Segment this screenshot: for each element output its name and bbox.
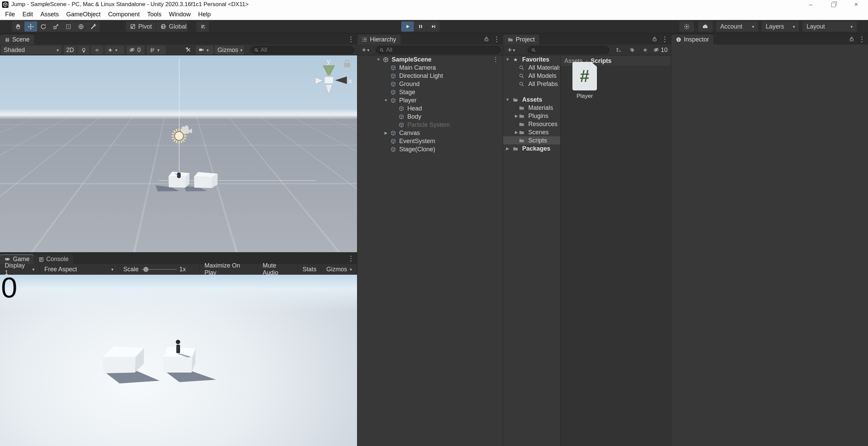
aspect-dropdown[interactable]: Free Aspect▾: [39, 264, 119, 274]
tree-row-packages[interactable]: ▶Packages: [503, 144, 560, 153]
tree-row-samplescene[interactable]: ▼SampleScene⋮: [357, 55, 503, 64]
scene-camera-dropdown[interactable]: ▾: [196, 46, 213, 54]
menu-file[interactable]: File: [1, 9, 19, 20]
tree-row-body[interactable]: Body: [357, 113, 503, 121]
expand-arrow-icon[interactable]: ▼: [505, 57, 510, 62]
create-object-dropdown[interactable]: +▾: [359, 46, 374, 54]
pause-button[interactable]: [414, 21, 427, 32]
restore-button[interactable]: [830, 1, 836, 7]
project-menu-kebab-icon[interactable]: ⋮: [661, 36, 668, 42]
tab-hierarchy[interactable]: Hierarchy: [357, 35, 401, 45]
directional-light-gizmo-icon[interactable]: [172, 129, 186, 143]
collab-button[interactable]: [679, 21, 694, 32]
tree-row-all-materials[interactable]: All Materials: [503, 64, 560, 72]
menu-tools[interactable]: Tools: [143, 9, 165, 20]
tree-row-all-models[interactable]: All Models: [503, 72, 560, 80]
tree-row-directional-light[interactable]: Directional Light: [357, 72, 503, 80]
transform-tool-button[interactable]: [75, 21, 87, 32]
tree-row-assets[interactable]: ▼Assets: [503, 96, 560, 104]
close-button[interactable]: ×: [853, 1, 859, 7]
tab-scene[interactable]: Scene: [0, 35, 34, 45]
expand-arrow-icon[interactable]: ▼: [384, 98, 388, 103]
display-dropdown[interactable]: Display 1▾: [0, 264, 39, 274]
global-toggle[interactable]: Global: [156, 21, 188, 32]
tree-row-all-prefabs[interactable]: All Prefabs: [503, 80, 560, 88]
tab-project[interactable]: Project: [503, 35, 539, 45]
menu-component[interactable]: Component: [104, 9, 143, 20]
play-button[interactable]: [401, 21, 414, 32]
tree-row-main-camera[interactable]: Main Camera: [357, 64, 503, 72]
component-tools-button[interactable]: [183, 46, 194, 54]
row-kebab-icon[interactable]: ⋮: [493, 56, 499, 63]
collapse-arrow-icon[interactable]: ▶: [514, 130, 519, 135]
scene-gizmos-dropdown[interactable]: Gizmos▾: [215, 46, 244, 54]
tree-row-stage[interactable]: Stage: [357, 88, 503, 96]
tree-row-particle-system[interactable]: Particle System: [357, 121, 503, 129]
tab-console[interactable]: Console: [34, 254, 73, 264]
menu-window[interactable]: Window: [165, 9, 194, 20]
expand-arrow-icon[interactable]: ▼: [376, 57, 381, 62]
rotate-tool-button[interactable]: [37, 21, 50, 32]
grid-visibility-dropdown[interactable]: ▾: [147, 46, 166, 54]
hierarchy-search-input[interactable]: All: [376, 46, 501, 54]
collapse-arrow-icon[interactable]: ▶: [384, 131, 388, 135]
scene-stage-clone-cube[interactable]: [194, 172, 218, 188]
unlock-icon[interactable]: [849, 36, 854, 42]
scale-slider[interactable]: [141, 269, 177, 270]
game-viewport[interactable]: 0: [0, 275, 357, 446]
expand-arrow-icon[interactable]: ▼: [505, 97, 510, 102]
layout-dropdown[interactable]: Layout▾: [802, 21, 857, 32]
project-search-input[interactable]: [528, 46, 609, 54]
tree-row-scenes[interactable]: ▶Scenes: [503, 128, 560, 136]
cloud-services-button[interactable]: [698, 21, 713, 32]
tree-row-favorites[interactable]: ▼★Favorites: [503, 55, 560, 64]
game-gizmos-dropdown[interactable]: Gizmos▾: [321, 264, 357, 274]
mute-audio-button[interactable]: Mute Audio: [258, 264, 298, 274]
tab-inspector[interactable]: Inspector: [671, 35, 713, 45]
pivot-toggle[interactable]: Pivot: [126, 21, 156, 32]
unlock-icon[interactable]: [484, 36, 489, 42]
audio-toggle[interactable]: [91, 46, 103, 54]
scale-slider-knob[interactable]: [143, 267, 148, 272]
tree-row-player[interactable]: ▼Player: [357, 96, 503, 104]
menu-gameobject[interactable]: GameObject: [63, 9, 104, 20]
menu-assets[interactable]: Assets: [37, 9, 63, 20]
create-asset-dropdown[interactable]: +▾: [505, 46, 520, 54]
tree-row-ground[interactable]: Ground: [357, 80, 503, 88]
lock-icon[interactable]: [344, 60, 350, 67]
tree-row-plugins[interactable]: ▶Plugins: [503, 112, 560, 120]
draw-mode-dropdown[interactable]: Shaded▾: [1, 46, 61, 54]
inspector-menu-kebab-icon[interactable]: ⋮: [858, 36, 865, 42]
move-tool-button[interactable]: [24, 21, 37, 32]
tree-row-canvas[interactable]: ▶Canvas: [357, 129, 503, 137]
project-visibility-button[interactable]: 10: [651, 46, 670, 54]
favorites-filter-button[interactable]: ★: [639, 46, 651, 54]
menu-help[interactable]: Help: [194, 9, 214, 20]
asset-player-script[interactable]: # Player: [571, 62, 598, 100]
tree-row-head[interactable]: Head: [357, 104, 503, 113]
game-menu-kebab-icon[interactable]: ⋮: [348, 255, 354, 262]
stats-button[interactable]: Stats: [298, 264, 321, 274]
unlock-icon[interactable]: [652, 36, 657, 42]
tree-row-scripts[interactable]: Scripts: [503, 136, 560, 144]
grid-snap-button[interactable]: [196, 21, 209, 32]
scene-visibility-button[interactable]: 0: [126, 46, 145, 54]
minimize-button[interactable]: –: [808, 1, 814, 7]
scene-menu-kebab-icon[interactable]: ⋮: [348, 36, 354, 42]
search-by-type-button[interactable]: [613, 46, 625, 54]
scene-search-input[interactable]: All: [250, 46, 354, 54]
tree-row-materials[interactable]: Materials: [503, 104, 560, 112]
maximize-on-play-button[interactable]: Maximize On Play: [200, 264, 258, 274]
menu-edit[interactable]: Edit: [19, 9, 37, 20]
tree-row-resources[interactable]: Resources: [503, 120, 560, 128]
hierarchy-menu-kebab-icon[interactable]: ⋮: [493, 36, 500, 42]
collapse-arrow-icon[interactable]: ▶: [505, 146, 510, 151]
custom-tool-button[interactable]: [87, 21, 100, 32]
scene-viewport[interactable]: y x: [0, 55, 357, 252]
rect-tool-button[interactable]: [62, 21, 75, 32]
search-by-label-button[interactable]: [626, 46, 638, 54]
tree-row-eventsystem[interactable]: EventSystem: [357, 137, 503, 145]
tree-row-stage-clone-[interactable]: Stage(Clone): [357, 145, 503, 153]
effects-dropdown[interactable]: ▾: [105, 46, 124, 54]
step-button[interactable]: [427, 21, 440, 32]
